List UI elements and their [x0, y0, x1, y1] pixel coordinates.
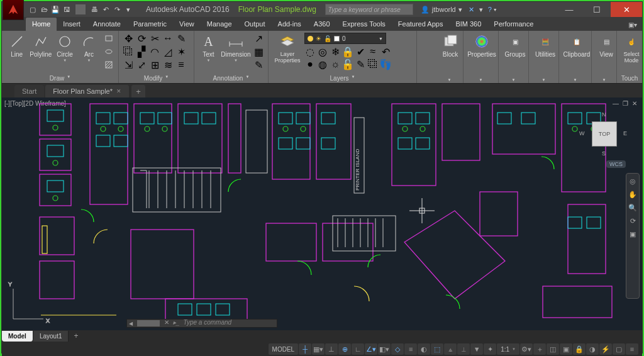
- compass-e[interactable]: E: [623, 130, 627, 136]
- qat-save-icon[interactable]: 💾: [50, 4, 60, 14]
- infocenter-search[interactable]: Type a keyword or phrase: [325, 4, 413, 15]
- exchange-apps-icon[interactable]: ✕: [469, 6, 474, 14]
- layer-thaw-icon[interactable]: ☼: [330, 58, 341, 70]
- drawing-canvas[interactable]: [-][Top][2D Wireframe]: [2, 97, 642, 330]
- view-button[interactable]: ▤ View: [596, 33, 617, 58]
- snap-toggle-icon[interactable]: ▦▾: [312, 343, 325, 355]
- ribbon-minimize-icon[interactable]: ▣▾: [623, 19, 642, 31]
- osnap-toggle-icon[interactable]: ◇: [391, 343, 404, 355]
- layer-on2-icon[interactable]: ●: [304, 58, 316, 70]
- selection-cycling-icon[interactable]: ⬚: [431, 343, 443, 355]
- compass-s[interactable]: S: [602, 150, 606, 157]
- viewcube[interactable]: TOP N S E W: [583, 113, 626, 155]
- table-icon[interactable]: ▦: [253, 46, 264, 57]
- layer-lock2-icon[interactable]: 🔒: [342, 46, 353, 57]
- tab-a360[interactable]: A360: [308, 18, 336, 31]
- nav-wheel-icon[interactable]: ◎: [630, 177, 636, 186]
- close-button[interactable]: ✕: [611, 2, 642, 17]
- annotation-scale[interactable]: 1:1▼: [497, 343, 519, 355]
- tab-output[interactable]: Output: [238, 18, 272, 31]
- dimension-button[interactable]: Dimension▼: [221, 33, 251, 70]
- qat-undo-icon[interactable]: ↶: [101, 4, 111, 14]
- vp-max-icon[interactable]: ❐: [623, 100, 628, 107]
- utilities-button[interactable]: 🧮 Utilities: [533, 33, 558, 58]
- chamfer-icon[interactable]: ◿: [162, 46, 174, 57]
- wcs-badge[interactable]: WCS: [606, 160, 626, 168]
- layer-properties-button[interactable]: Layer Properties: [272, 33, 303, 64]
- clipboard-button[interactable]: 📋 Clipboard: [563, 33, 591, 58]
- units-icon[interactable]: ◫: [547, 343, 559, 355]
- extend-icon[interactable]: ↔: [162, 33, 174, 44]
- block-button[interactable]: Block: [440, 33, 461, 58]
- select-mode-button[interactable]: ☝ Select Mode: [621, 33, 642, 64]
- polyline-button[interactable]: Polyline: [30, 33, 52, 70]
- layer-prev-icon[interactable]: ↶: [380, 46, 391, 57]
- align-icon[interactable]: ≡: [175, 59, 187, 70]
- array-icon[interactable]: ⊞: [149, 59, 160, 70]
- qat-open-icon[interactable]: 🗁: [39, 4, 49, 14]
- qat-redo-icon[interactable]: ↷: [112, 4, 122, 14]
- nav-orbit-icon[interactable]: ⟳: [630, 217, 636, 225]
- layer-match-icon[interactable]: ≈: [367, 46, 379, 57]
- tab-featured[interactable]: Featured Apps: [392, 18, 450, 31]
- layer-off-icon[interactable]: ◌: [304, 46, 316, 57]
- mirror-icon[interactable]: ▞: [136, 46, 147, 57]
- layer-frz-icon[interactable]: ❄: [330, 46, 341, 57]
- transparency-toggle-icon[interactable]: ◐: [418, 343, 430, 355]
- layer-cur-icon[interactable]: ✎: [355, 58, 366, 70]
- minimize-button[interactable]: —: [555, 2, 583, 17]
- text-button[interactable]: A Text▼: [198, 33, 219, 70]
- selection-filter-icon[interactable]: ▼: [470, 343, 483, 355]
- infer-constraints-icon[interactable]: ⊥: [325, 343, 338, 355]
- maximize-button[interactable]: ☐: [583, 2, 611, 17]
- 3dosnap-icon[interactable]: ⟁: [444, 343, 457, 355]
- help-dropdown-icon[interactable]: ▼: [493, 8, 497, 12]
- rectangle-icon[interactable]: [103, 33, 114, 44]
- properties-button[interactable]: Properties: [467, 33, 496, 58]
- user-account[interactable]: 👤 jtbworld ▾: [421, 6, 462, 14]
- tab-model[interactable]: Model: [2, 331, 33, 342]
- explode-icon[interactable]: ✶: [175, 46, 187, 57]
- tab-home[interactable]: Home: [26, 18, 57, 31]
- grid-toggle-icon[interactable]: ┼: [299, 343, 311, 355]
- rotate-icon[interactable]: ⟳: [136, 33, 147, 44]
- isolate-objects-icon[interactable]: ◑: [586, 343, 599, 355]
- clean-screen-icon[interactable]: ▢: [613, 343, 625, 355]
- layer-iso-icon[interactable]: ◎: [317, 46, 328, 57]
- hatch-icon[interactable]: [103, 59, 114, 70]
- layer-uniso-icon[interactable]: ◍: [317, 58, 328, 70]
- layer-set-icon[interactable]: ✔: [355, 46, 366, 57]
- nav-pan-icon[interactable]: ✋: [628, 191, 637, 199]
- qat-new-icon[interactable]: ▢: [28, 4, 38, 14]
- copy-icon[interactable]: ⿻: [123, 46, 134, 57]
- layer-copy-icon[interactable]: ⿻: [367, 58, 379, 70]
- layer-unlock-icon[interactable]: 🔓: [342, 58, 353, 70]
- command-close-icon[interactable]: ✕: [164, 319, 169, 326]
- tab-parametric[interactable]: Parametric: [127, 18, 173, 31]
- layer-selector[interactable]: ☀ 🔓 0 ▼: [304, 33, 386, 44]
- tab-performance[interactable]: Performance: [487, 18, 540, 31]
- nav-showmotion-icon[interactable]: ▣: [630, 230, 636, 238]
- annotation-monitor-icon[interactable]: ＋: [533, 343, 546, 355]
- vp-close-icon[interactable]: ✕: [632, 100, 637, 107]
- mtext-icon[interactable]: ✎: [253, 59, 264, 70]
- tab-manage[interactable]: Manage: [201, 18, 238, 31]
- stretch-icon[interactable]: ⇲: [123, 59, 134, 70]
- stay-connected-icon[interactable]: ▾: [479, 6, 483, 14]
- quick-properties-icon[interactable]: ▣: [560, 343, 572, 355]
- qat-saveas-icon[interactable]: 🖫: [62, 4, 72, 14]
- leader-icon[interactable]: ↗: [253, 33, 264, 44]
- tab-addins[interactable]: Add-ins: [272, 18, 308, 31]
- dynamic-ucs-icon[interactable]: ⟂: [457, 343, 470, 355]
- tab-start[interactable]: Start: [14, 85, 44, 97]
- customize-status-icon[interactable]: ≡: [626, 343, 638, 355]
- gizmo-icon[interactable]: ✦: [484, 343, 496, 355]
- trim-icon[interactable]: ✂: [149, 33, 160, 44]
- new-tab-button[interactable]: +: [131, 85, 145, 97]
- compass-n[interactable]: N: [602, 111, 606, 118]
- workspace-switch-icon[interactable]: ⚙▾: [520, 343, 533, 355]
- tab-bim360[interactable]: BIM 360: [449, 18, 487, 31]
- vp-min-icon[interactable]: —: [613, 100, 619, 107]
- dynamic-input-icon[interactable]: ⊕: [338, 343, 351, 355]
- compass-w[interactable]: W: [579, 130, 585, 136]
